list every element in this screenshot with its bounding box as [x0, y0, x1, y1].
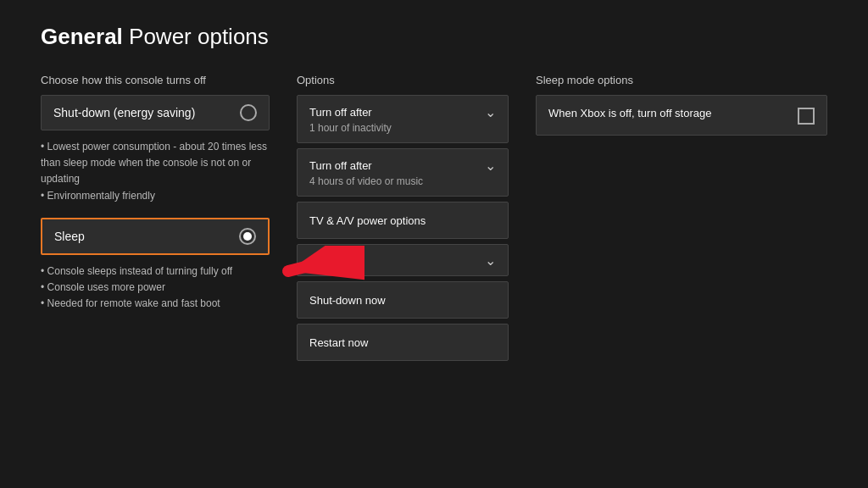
dropdown2-sub: 4 hours of video or music	[309, 175, 496, 187]
shutdown-description: • Lowest power consumption - about 20 ti…	[41, 139, 270, 204]
shutdown-radio	[240, 104, 257, 121]
left-section-label: Choose how this console turns off	[41, 74, 270, 86]
turn-off-after-video-dropdown[interactable]: Turn off after ⌄ 4 hours of video or mus…	[297, 148, 509, 197]
col-right: Sleep mode options When Xbox is off, tur…	[536, 74, 827, 136]
tv-av-power-options-item[interactable]: TV & A/V power options	[297, 202, 509, 239]
sleep-option-label: Sleep	[54, 230, 85, 243]
storage-option-row: When Xbox is off, turn off storage	[536, 95, 827, 136]
col-left: Choose how this console turns off Shut-d…	[41, 74, 270, 312]
chevron-down-icon: ⌄	[485, 104, 496, 120]
turn-off-after-inactivity-dropdown[interactable]: Turn off after ⌄ 1 hour of inactivity	[297, 95, 509, 143]
sleep-description: • Console sleeps instead of turning full…	[41, 263, 270, 313]
page-container: General Power options Choose how this co…	[0, 0, 868, 488]
partial-label: er chime	[309, 254, 352, 267]
middle-section-label: Options	[297, 74, 509, 86]
tv-av-label: TV & A/V power options	[309, 214, 426, 227]
sleep-option-button[interactable]: Sleep	[41, 218, 270, 255]
dropdown2-main: Turn off after	[309, 159, 372, 172]
col-middle: Options Turn off after ⌄ 1 hour of inact…	[297, 74, 509, 366]
chevron-down-icon-2: ⌄	[485, 158, 496, 174]
main-columns: Choose how this console turns off Shut-d…	[41, 74, 827, 366]
shutdown-option-label: Shut-down (energy saving)	[53, 106, 195, 119]
sleep-radio	[239, 228, 256, 245]
shutdown-now-button[interactable]: Shut-down now	[297, 281, 509, 319]
dropdown1-main: Turn off after	[309, 106, 372, 119]
page-title: General Power options	[41, 24, 827, 50]
chevron-down-icon-3: ⌄	[485, 252, 496, 269]
storage-label: When Xbox is off, turn off storage	[548, 106, 787, 121]
right-section-label: Sleep mode options	[536, 74, 827, 86]
restart-now-button[interactable]: Restart now	[297, 324, 509, 361]
dropdown1-sub: 1 hour of inactivity	[309, 122, 496, 134]
shutdown-now-label: Shut-down now	[309, 294, 386, 307]
chime-dropdown[interactable]: er chime ⌄	[297, 244, 509, 276]
shutdown-option-button[interactable]: Shut-down (energy saving)	[41, 95, 270, 130]
restart-now-label: Restart now	[309, 336, 368, 349]
storage-checkbox[interactable]	[798, 108, 815, 125]
